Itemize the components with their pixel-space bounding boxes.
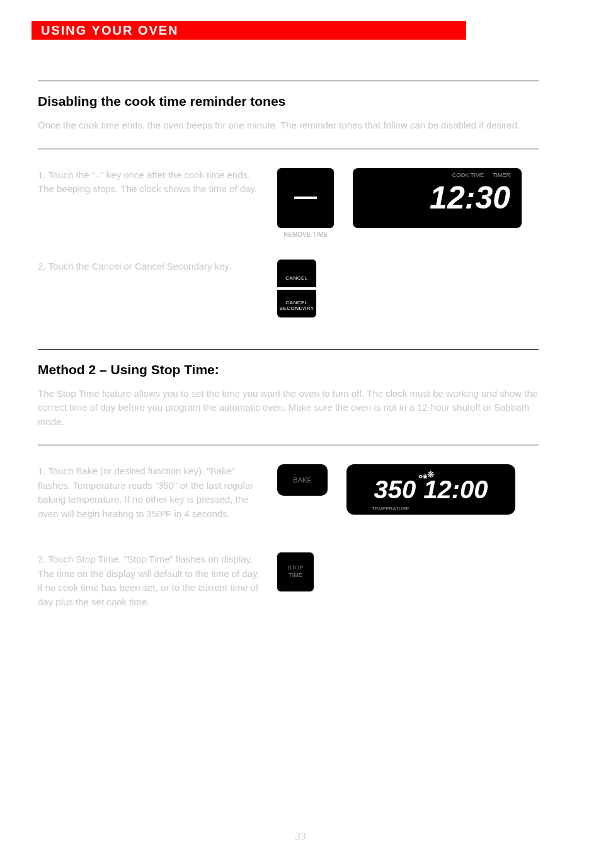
snowflake-icon: ❋ xyxy=(427,469,435,479)
divider xyxy=(38,81,539,81)
step-text: 2. Touch the Cancel or Cancel Secondary … xyxy=(38,260,265,274)
step-left-col: 2. Touch Stop Time. "Stop Time" flashes … xyxy=(38,552,277,609)
step-left-col: 2. Touch the Cancel or Cancel Secondary … xyxy=(38,260,277,317)
step-row: 1. Touch Bake (or desired function key).… xyxy=(38,464,539,521)
display-time: 12:00 xyxy=(423,476,488,504)
temp-time-display: ❋ 350°* 12:00 TEMPERATURE xyxy=(346,464,515,515)
clock-display: COOK TIME TIMER 12:30 xyxy=(353,168,522,228)
content-area: Disabling the cook time reminder tones O… xyxy=(38,81,539,622)
minus-button[interactable]: REMOVE TIME xyxy=(277,168,334,228)
page-number: 33 xyxy=(295,830,306,843)
section-desc-1: Once the cook time ends, the oven beeps … xyxy=(38,118,539,133)
display-label-timer: TIMER xyxy=(493,172,510,178)
cancel-button-label: CANCEL xyxy=(277,275,316,281)
step-right-col: REMOVE TIME COOK TIME TIMER 12:30 xyxy=(277,168,539,228)
step-row: 1. Touch the "–" key once after the cook… xyxy=(38,168,539,228)
bake-button[interactable]: BAKE xyxy=(277,464,328,496)
stop-time-button-label: STOPTIME xyxy=(288,564,303,579)
step-text: 1. Touch Bake (or desired function key).… xyxy=(38,464,265,521)
step-left-col: 1. Touch Bake (or desired function key).… xyxy=(38,464,277,521)
minus-button-label: REMOVE TIME xyxy=(277,231,334,238)
step-right-col: STOPTIME xyxy=(277,552,539,609)
bake-button-label: BAKE xyxy=(293,476,311,484)
section-header-band: USING YOUR OVEN xyxy=(31,21,466,40)
section-title-1: Disabling the cook time reminder tones xyxy=(38,94,539,109)
step-row: 2. Touch Stop Time. "Stop Time" flashes … xyxy=(38,552,539,609)
step-right-col: CANCEL CANCEL SECONDARY xyxy=(277,260,539,317)
display-temperature: 350°* xyxy=(374,476,416,504)
display-temp-label: TEMPERATURE xyxy=(372,506,409,511)
step-left-col: 1. Touch the "–" key once after the cook… xyxy=(38,168,277,228)
step-text: 1. Touch the "–" key once after the cook… xyxy=(38,168,265,197)
section-desc-2: The Stop Time feature allows you to set … xyxy=(38,387,539,430)
cancel-button[interactable]: CANCEL CANCEL SECONDARY xyxy=(277,260,316,317)
display-label-cooktime: COOK TIME xyxy=(452,172,484,178)
section-title-2: Method 2 – Using Stop Time: xyxy=(38,362,539,377)
clock-time: 12:30 xyxy=(430,180,510,216)
step-text: 2. Touch Stop Time. "Stop Time" flashes … xyxy=(38,552,265,609)
step-right-col: BAKE ❋ 350°* 12:00 TEMPERATURE xyxy=(277,464,539,521)
cancel-secondary-label: CANCEL SECONDARY xyxy=(277,300,316,311)
degree-icon: °* xyxy=(418,472,427,486)
stop-time-button[interactable]: STOPTIME xyxy=(277,552,314,591)
minus-icon xyxy=(294,197,317,199)
step-row: 2. Touch the Cancel or Cancel Secondary … xyxy=(38,260,539,317)
section-header-text: USING YOUR OVEN xyxy=(41,23,179,38)
divider xyxy=(38,349,539,350)
